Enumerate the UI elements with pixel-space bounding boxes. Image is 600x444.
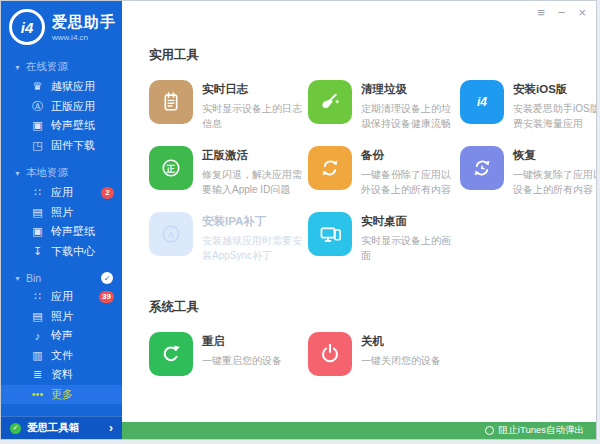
sidebar-item-label: 应用 <box>51 289 73 304</box>
tool-name: 关机 <box>361 334 460 349</box>
block-itunes-checkbox[interactable] <box>485 426 494 435</box>
picture-icon: ▣ <box>30 225 45 238</box>
tool-desc: 安装爱思助手iOS版免费安装海量应用 <box>513 101 596 131</box>
system-tools-grid: 重启 一键重启您的设备 关机 一键关闭您的设备 <box>149 332 596 376</box>
tool-name: 恢复 <box>513 148 596 163</box>
close-icon[interactable]: × <box>578 6 586 19</box>
sidebar-item-label: 资料 <box>51 367 73 382</box>
sidebar-item-bin-data[interactable]: ≣ 资料 <box>1 365 122 385</box>
sidebar-item-bin-apps[interactable]: ∷ 应用 39 <box>1 287 122 307</box>
tool-card-genuine-activation[interactable]: 正 正版激活 修复闪退，解决应用需要输入Apple ID问题 <box>149 146 308 197</box>
tool-name: 备份 <box>361 148 460 163</box>
broom-icon <box>308 80 352 124</box>
menu-icon[interactable]: ≡ <box>537 6 545 19</box>
section-label: 本地资源 <box>26 166 68 180</box>
app-window: i4 爱思助手 www.i4.cn ▼ 在线资源 ♛ 越狱应用 Ⓐ 正版应用 ▣… <box>0 0 597 440</box>
sidebar-nav: ▼ 在线资源 ♛ 越狱应用 Ⓐ 正版应用 ▣ 铃声壁纸 ◳ 固件下载 ▼ 本地资… <box>1 49 122 416</box>
sidebar: i4 爱思助手 www.i4.cn ▼ 在线资源 ♛ 越狱应用 Ⓐ 正版应用 ▣… <box>1 1 122 439</box>
toolbox-label: 爱思工具箱 <box>27 421 103 435</box>
sidebar-item-label: 照片 <box>51 309 73 324</box>
sidebar-item-label: 应用 <box>51 185 73 200</box>
sidebar-item-firmware-download[interactable]: ◳ 固件下载 <box>1 136 122 156</box>
window-controls: ≡ − × <box>537 6 586 19</box>
sidebar-item-more[interactable]: ••• 更多 <box>1 385 122 405</box>
sidebar-section-local[interactable]: ▼ 本地资源 <box>1 166 122 180</box>
tool-card-restart[interactable]: 重启 一键重启您的设备 <box>149 332 308 376</box>
music-note-icon: ♪ <box>30 330 45 342</box>
sidebar-item-jailbreak-apps[interactable]: ♛ 越狱应用 <box>1 77 122 97</box>
apps-grid-icon: ∷ <box>30 186 45 199</box>
tool-card-shutdown[interactable]: 关机 一键关闭您的设备 <box>308 332 460 376</box>
tool-card-install-ipa-patch[interactable]: A 安装IPA补丁 安装越狱应用时需要安装AppSync补丁 <box>149 212 308 263</box>
utility-tools-grid: 实时日志 实时显示设备上的日志信息 清理垃圾 <box>149 80 596 263</box>
tool-name: 清理垃圾 <box>361 82 460 97</box>
tool-card-restore[interactable]: 恢复 一键恢复除了应用以外设备上的所有内容 <box>460 146 596 197</box>
tool-name: 正版激活 <box>202 148 308 163</box>
tool-name: 安装iOS版 <box>513 82 596 97</box>
app-logo: i4 爱思助手 www.i4.cn <box>1 1 122 49</box>
app-title: 爱思助手 <box>52 13 116 32</box>
caret-down-icon: ▼ <box>14 170 21 177</box>
sidebar-section-online[interactable]: ▼ 在线资源 <box>1 60 122 74</box>
ellipsis-icon: ••• <box>30 388 45 400</box>
check-circle-icon: ✓ <box>10 423 21 434</box>
tools-content: 实用工具 实时日志 实时显示设备上的日志信息 <box>122 1 596 376</box>
sidebar-item-bin-photos[interactable]: ▤ 照片 <box>1 307 122 327</box>
sidebar-item-local-ringtones-wallpapers[interactable]: ▣ 铃声壁纸 <box>1 222 122 242</box>
notepad-icon <box>149 80 193 124</box>
section-label: Bin <box>26 272 41 284</box>
sidebar-footer-toolbox[interactable]: ✓ 爱思工具箱 › <box>1 416 122 439</box>
i4-logo-icon: i4 <box>460 80 504 124</box>
firmware-icon: ◳ <box>30 139 45 152</box>
sidebar-item-ringtones-wallpapers[interactable]: ▣ 铃声壁纸 <box>1 116 122 136</box>
sidebar-item-bin-ringtones[interactable]: ♪ 铃声 <box>1 326 122 346</box>
section-label: 在线资源 <box>26 60 68 74</box>
picture-icon: ▣ <box>30 119 45 132</box>
caret-down-icon: ▼ <box>14 64 21 71</box>
tool-name: 安装IPA补丁 <box>202 214 308 229</box>
sidebar-item-bin-files[interactable]: ▥ 文件 <box>1 346 122 366</box>
tool-desc: 一键备份除了应用以外设备上的所有内容 <box>361 167 460 197</box>
backup-sync-icon <box>308 146 352 190</box>
tool-desc: 实时显示设备上的日志信息 <box>202 101 308 131</box>
svg-text:A: A <box>168 230 175 240</box>
block-itunes-label[interactable]: 阻止iTunes自动弹出 <box>499 424 584 437</box>
crown-icon: ♛ <box>30 80 45 93</box>
sidebar-item-label: 固件下载 <box>51 138 95 153</box>
tool-desc: 安装越狱应用时需要安装AppSync补丁 <box>202 233 308 263</box>
power-icon <box>308 332 352 376</box>
chevron-right-icon: › <box>109 421 113 435</box>
sidebar-item-label: 下载中心 <box>51 244 95 259</box>
svg-text:i4: i4 <box>477 95 487 109</box>
tool-desc: 一键关闭您的设备 <box>361 353 460 368</box>
restart-icon <box>149 332 193 376</box>
desktop-screen-icon <box>308 212 352 256</box>
list-icon: ≣ <box>30 368 45 381</box>
app-url: www.i4.cn <box>52 33 116 42</box>
device-check-icon: ✓ <box>101 272 113 284</box>
sidebar-item-local-apps[interactable]: ∷ 应用 2 <box>1 183 122 203</box>
restore-sync-icon <box>460 146 504 190</box>
tool-card-install-ios[interactable]: i4 安装iOS版 安装爱思助手iOS版免费安装海量应用 <box>460 80 596 131</box>
tool-card-backup[interactable]: 备份 一键备份除了应用以外设备上的所有内容 <box>308 146 460 197</box>
sidebar-section-bin[interactable]: ▼ Bin ✓ <box>1 272 122 284</box>
tool-name: 实时桌面 <box>361 214 460 229</box>
tool-name: 实时日志 <box>202 82 308 97</box>
minimize-icon[interactable]: − <box>558 6 566 19</box>
genuine-seal-icon: 正 <box>149 146 193 190</box>
sidebar-item-download-center[interactable]: ↧ 下载中心 <box>1 242 122 262</box>
tool-card-realtime-desktop[interactable]: 实时桌面 实时显示设备上的画面 <box>308 212 460 263</box>
apps-grid-icon: ∷ <box>30 290 45 303</box>
sidebar-item-genuine-apps[interactable]: Ⓐ 正版应用 <box>1 97 122 117</box>
statusbar: 阻止iTunes自动弹出 <box>122 422 596 439</box>
tool-card-clean-junk[interactable]: 清理垃圾 定期清理设备上的垃圾保持设备健康流畅 <box>308 80 460 131</box>
i4-logo-icon: i4 <box>9 9 45 45</box>
sidebar-item-local-photos[interactable]: ▤ 照片 <box>1 203 122 223</box>
notification-badge: 39 <box>99 291 114 303</box>
svg-text:正: 正 <box>166 164 176 174</box>
sidebar-item-label: 文件 <box>51 348 73 363</box>
tool-desc: 一键恢复除了应用以外设备上的所有内容 <box>513 167 596 197</box>
photo-icon: ▤ <box>30 310 45 323</box>
section-title-system: 系统工具 <box>149 299 596 316</box>
tool-card-realtime-log[interactable]: 实时日志 实时显示设备上的日志信息 <box>149 80 308 131</box>
